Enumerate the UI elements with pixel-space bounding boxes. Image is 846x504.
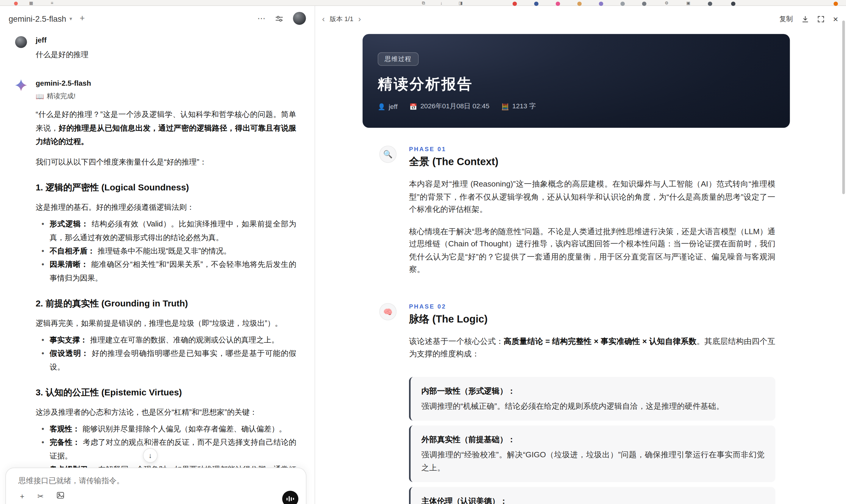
scroll-to-bottom-button[interactable]: ↓ <box>143 448 157 463</box>
list-item: 完备性：考虑了对立的观点和潜在的反证，而不是只选择支持自己结论的证据。 <box>36 436 296 463</box>
favicon[interactable] <box>577 1 582 6</box>
card-title: 内部一致性（形式逻辑）： <box>422 385 765 397</box>
wordcount-meta: 🧮 1213 字 <box>501 102 536 111</box>
browser-topbar: ▦ ≡ ⧉ ↓ ◨ ⚙ ▣ <box>0 0 846 6</box>
magnifier-icon: 🔍 <box>379 145 396 163</box>
status-text: 精读完成! <box>47 92 76 101</box>
download-button[interactable] <box>801 16 809 23</box>
down-arrow-icon: ↓ <box>148 451 152 460</box>
menu-icon[interactable]: ≡ <box>51 1 53 6</box>
voice-input-button[interactable] <box>282 491 298 504</box>
image-button[interactable] <box>56 492 64 500</box>
card-title: 外部真实性（前提基础）： <box>422 433 765 445</box>
paragraph: 核心情境在于解决“思考的随意性”问题。不论是人类通过批判性思维进行决策，还是大语… <box>409 225 775 276</box>
list-item: 事实支撑：推理建立在可靠的数据、准确的观测或公认的真理之上。 <box>36 333 296 347</box>
list-item: 不自相矛盾：推理链条中不能出现“既是又非”的情况。 <box>36 244 296 258</box>
panel-icon[interactable]: ◨ <box>459 1 463 6</box>
attach-plus-button[interactable]: + <box>20 492 24 500</box>
favicon[interactable] <box>731 1 736 6</box>
book-icon: 📖 <box>36 92 44 100</box>
chevron-left-icon: ‹ <box>322 14 325 23</box>
report-badge: 思维过程 <box>378 52 419 66</box>
user-message-avatar <box>15 36 27 48</box>
favicon[interactable] <box>599 1 603 6</box>
message-text: 什么是好的推理 <box>36 48 296 61</box>
download-icon <box>801 16 809 23</box>
image-icon <box>56 492 64 499</box>
list-item: 客观性：能够识别并尽量排除个人偏见（如幸存者偏差、确认偏差）。 <box>36 422 296 436</box>
user-message: jeff 什么是好的推理 <box>0 35 315 61</box>
scissors-button[interactable]: ✂ <box>37 492 43 500</box>
scrollbar[interactable] <box>842 20 845 194</box>
phase-title: 脉络 (The Logic) <box>409 312 775 326</box>
chat-composer: 思维接口已就绪，请传输指令。 + ✂ <box>5 467 306 504</box>
card-body: 强调推理的“经验校准”。解决“GIGO（垃圾进，垃圾出）”问题，确保推理引擎运行… <box>422 449 765 474</box>
list-item: 假设透明：好的推理会明确指明哪些是已知事实，哪些是基于可能的假设。 <box>36 347 296 374</box>
person-icon: 👤 <box>378 103 386 110</box>
favicon[interactable] <box>534 1 539 6</box>
grid-icon[interactable]: ▦ <box>29 1 33 6</box>
close-icon: ✕ <box>833 15 839 23</box>
author-meta: 👤 jeff <box>378 103 398 110</box>
more-options-button[interactable]: ⋯ <box>258 13 266 23</box>
new-chat-button[interactable]: + <box>80 13 85 23</box>
puzzle-icon[interactable]: ▣ <box>686 1 691 6</box>
waveform-icon <box>286 498 287 500</box>
chat-message-list: jeff 什么是好的推理 gemini-2.5-flash <box>0 31 315 504</box>
copy-button[interactable]: 复制 <box>779 14 793 23</box>
list-item: 因果清晰：能准确区分“相关性”和“因果关系”，不会轻率地将先后发生的事情归为因果… <box>36 258 296 285</box>
report-title: 精读分析报告 <box>378 74 775 94</box>
next-version-button[interactable]: › <box>358 15 361 23</box>
dimension-card: 内部一致性（形式逻辑）： 强调推理的“机械正确”。结论必须在给定的规则系统内逻辑… <box>409 377 775 421</box>
report-meta: 👤 jeff 📅 2026年01月08日 02:45 🧮 1213 字 <box>378 102 775 111</box>
favicon[interactable] <box>833 1 838 6</box>
model-switcher[interactable]: gemini-2.5-flash ▾ <box>8 14 72 23</box>
list-item: 形式逻辑：结构必须有效（Valid）。比如演绎推理中，如果前提全部为真，那么通过… <box>36 217 296 244</box>
abacus-icon: 🧮 <box>501 103 509 110</box>
section-heading: 2. 前提的真实性 (Grounding in Truth) <box>36 296 296 310</box>
paragraph: “什么是好的推理？”这是一个涉及逻辑学、认知科学和哲学核心的问题。简单来说，好的… <box>36 108 296 148</box>
version-label: 版本 1/1 <box>330 14 353 23</box>
download-tab-icon[interactable]: ↓ <box>440 1 442 6</box>
date-meta: 📅 2026年01月08日 02:45 <box>409 102 489 111</box>
favicon[interactable] <box>620 1 625 6</box>
favicon[interactable] <box>642 1 647 6</box>
report-date: 2026年01月08日 02:45 <box>420 102 489 111</box>
user-avatar[interactable] <box>293 12 306 25</box>
paragraph: 该论述基于一个核心公式：高质量结论 = 结构完整性 × 事实准确性 × 认知自律… <box>409 335 775 360</box>
settings-button[interactable] <box>275 14 283 22</box>
phase-kicker: PHASE 01 <box>409 145 775 152</box>
report-hero: 思维过程 精读分析报告 👤 jeff 📅 2026年01月08日 02:45 🧮… <box>363 34 790 128</box>
gemini-sparkle-icon <box>15 79 27 91</box>
gear-icon[interactable]: ⚙ <box>665 1 669 6</box>
calendar-icon: 📅 <box>409 103 417 110</box>
copy-tab-icon[interactable]: ⧉ <box>422 1 425 6</box>
previous-version-button[interactable]: ‹ <box>322 15 325 23</box>
app-window: ▦ ≡ ⧉ ↓ ◨ ⚙ ▣ gemini-2.5-flash ▾ + ⋯ <box>0 0 846 504</box>
window-close-button[interactable] <box>14 1 18 5</box>
tune-icon <box>275 14 283 22</box>
paragraph: 我们可以从以下四个维度来衡量什么是“好的推理”： <box>36 155 296 169</box>
reading-status: 📖 精读完成! <box>36 92 296 101</box>
phase-section-1: 🔍 PHASE 01 全景 (The Context) 本内容是对“推理 (Re… <box>363 145 790 276</box>
version-navigator: ‹ 版本 1/1 › <box>322 14 361 23</box>
fullscreen-button[interactable] <box>817 16 824 23</box>
chat-panel: gemini-2.5-flash ▾ + ⋯ jeff 什么是好的推理 <box>0 6 315 504</box>
favicon[interactable] <box>513 1 517 6</box>
phase-kicker: PHASE 02 <box>409 303 775 309</box>
close-button[interactable]: ✕ <box>833 15 839 23</box>
dimension-card: 主体伦理（认识美德）： 转向推理者的心理特征。引入奥卡姆剃刀和反向论证，旨在克服… <box>409 487 775 504</box>
artifact-panel: ‹ 版本 1/1 › 复制 ✕ <box>316 6 846 504</box>
message-author: gemini-2.5-flash <box>36 78 296 89</box>
section-heading: 1. 逻辑的严密性 (Logical Soundness) <box>36 181 296 194</box>
favicon[interactable] <box>708 1 712 6</box>
card-title: 主体伦理（认识美德）： <box>422 495 765 504</box>
chat-input[interactable]: 思维接口已就绪，请传输指令。 <box>18 475 295 486</box>
phase-section-2: 🧠 PHASE 02 脉络 (The Logic) 该论述基于一个核心公式：高质… <box>363 303 790 504</box>
assistant-content: “什么是好的推理？”这是一个涉及逻辑学、认知科学和哲学核心的问题。简单来说，好的… <box>36 108 296 504</box>
author-name: jeff <box>389 103 398 110</box>
bullet-list: 事实支撑：推理建立在可靠的数据、准确的观测或公认的真理之上。 假设透明：好的推理… <box>36 333 296 374</box>
favicon[interactable] <box>556 1 560 6</box>
brain-icon: 🧠 <box>379 303 396 320</box>
paragraph: 逻辑再完美，如果前提是错误的，推理也是垃圾（即“垃圾进，垃圾出”）。 <box>36 317 296 330</box>
